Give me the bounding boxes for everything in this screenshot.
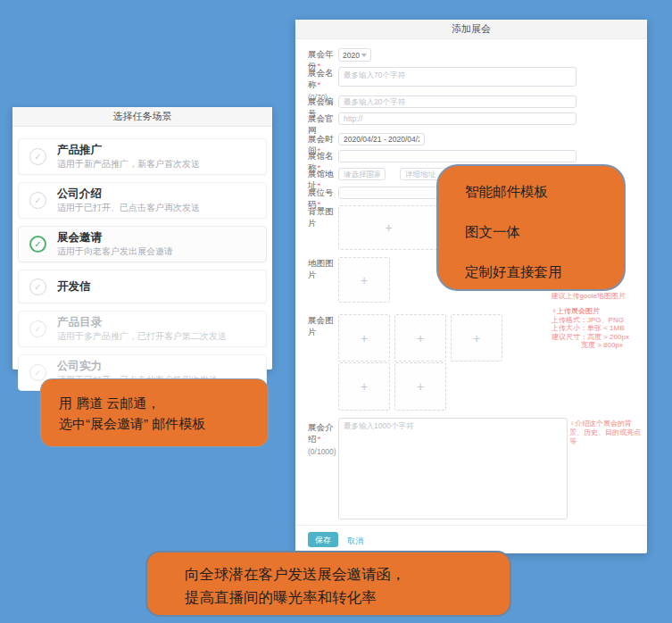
scenario-title: 产品目录 <box>57 316 227 329</box>
chevron-down-icon <box>361 54 367 57</box>
exhibition-intro-textarea[interactable] <box>338 418 568 519</box>
scenario-item-exhibition-invite[interactable]: ✓ 展会邀请 适用于向老客户发出展会邀请 <box>18 226 267 262</box>
scenario-title: 开发信 <box>57 280 91 294</box>
check-icon: ✓ <box>34 195 41 205</box>
plus-icon: + <box>361 273 368 287</box>
scenario-panel: 选择任务场景 ✓ 产品推广 适用于新产品推广，新客户首次发送 ✓ 公司介绍 适用… <box>12 107 272 370</box>
intro-hint: ♀介绍这个展会的背景、历史、目的或亮点等 <box>569 419 641 446</box>
callout-line: 选中“展会邀请” 邮件模板 <box>59 413 268 434</box>
plus-icon: + <box>473 331 480 345</box>
plus-icon: + <box>361 331 368 345</box>
scenario-title: 公司介绍 <box>57 187 200 201</box>
expo-images-hint: ♀上传展会图片 上传格式：JPG、PNG 上传大小：单张 < 1MB 建议尺寸：… <box>552 307 644 350</box>
year-select[interactable]: 2020 <box>338 48 371 62</box>
scenario-subtitle: 适用于已打开、已点击客户再次发送 <box>57 203 200 213</box>
exhibition-time-input[interactable] <box>338 133 425 145</box>
callout-line: 定制好直接套用 <box>465 262 624 282</box>
callout-smart-template: 智能邮件模板 图文一体 定制好直接套用 <box>436 164 626 291</box>
scenario-item-company-intro[interactable]: ✓ 公司介绍 适用于已打开、已点击客户再次发送 <box>18 182 267 219</box>
modal-title: 添加展会 <box>295 20 647 39</box>
country-select-input[interactable] <box>338 168 386 180</box>
check-icon: ✓ <box>34 152 41 162</box>
expo-hint-line: 宽度 > 800px <box>552 341 644 350</box>
year-select-value: 2020 <box>343 51 360 60</box>
expo-image-upload[interactable]: + <box>338 314 390 361</box>
check-icon: ✓ <box>34 239 41 249</box>
scenario-title: 公司实力 <box>57 360 218 373</box>
check-circle-icon: ✓ <box>29 364 46 381</box>
expo-hint-line: 上传格式：JPG、PNG <box>552 316 644 325</box>
save-button[interactable]: 保存 <box>308 532 338 547</box>
scenario-item-dev-letter[interactable]: ✓ 开发信 <box>18 270 267 303</box>
scenario-title: 展会邀请 <box>57 231 173 245</box>
expo-image-upload[interactable]: + <box>394 362 446 411</box>
scenario-item-product-promo[interactable]: ✓ 产品推广 适用于新产品推广，新客户首次发送 <box>18 138 267 175</box>
check-circle-icon-selected: ✓ <box>29 236 46 253</box>
map-image-label: 地图图片 <box>308 257 338 280</box>
exhibition-name-input[interactable] <box>338 67 577 87</box>
plus-icon: + <box>417 331 424 345</box>
expo-image-upload[interactable]: + <box>394 314 446 361</box>
exhibition-website-input[interactable] <box>338 112 577 125</box>
intro-label: 展会介绍* (0/1000) <box>308 421 338 458</box>
scenario-list: ✓ 产品推广 适用于新产品推广，新客户首次发送 ✓ 公司介绍 适用于已打开、已点… <box>12 127 272 400</box>
cancel-button[interactable]: 取消 <box>347 536 363 547</box>
map-image-upload[interactable]: + <box>338 257 390 303</box>
expo-image-upload[interactable]: + <box>451 314 502 361</box>
scenario-subtitle: 适用于向老客户发出展会邀请 <box>57 246 173 257</box>
callout-line: 智能邮件模板 <box>465 181 624 202</box>
check-icon: ✓ <box>34 282 41 292</box>
expo-image-upload[interactable]: + <box>338 362 390 411</box>
check-icon: ✓ <box>34 368 41 378</box>
footer-divider <box>295 525 647 526</box>
check-circle-icon: ✓ <box>29 148 46 165</box>
expo-hint-line: 上传大小：单张 < 1MB <box>552 324 644 333</box>
check-icon: ✓ <box>34 324 41 334</box>
callout-line: 向全球潜在客户发送展会邀请函， <box>185 562 510 586</box>
expo-images-label: 展会图片 <box>308 314 338 337</box>
venue-name-input[interactable] <box>338 150 577 162</box>
check-circle-icon: ✓ <box>29 320 46 337</box>
scenario-panel-title: 选择任务场景 <box>12 107 272 127</box>
callout-line: 图文一体 <box>465 221 624 242</box>
page-background: 选择任务场景 ✓ 产品推广 适用于新产品推广，新客户首次发送 ✓ 公司介绍 适用… <box>0 0 672 623</box>
bg-image-upload[interactable]: + <box>338 205 439 250</box>
callout-select-template: 用 腾道 云邮通， 选中“展会邀请” 邮件模板 <box>40 378 269 447</box>
expo-hint-title: ♀上传展会图片 <box>552 307 644 316</box>
expo-hint-line: 建议尺寸：高度 > 200px <box>552 333 644 342</box>
map-image-hint: 建议上传goole地图图片 <box>472 292 626 301</box>
callout-line: 用 腾道 云邮通， <box>59 393 268 413</box>
scenario-item-product-catalog[interactable]: ✓ 产品目录 适用于多产品推广，已打开客户第二次发送 <box>18 311 267 347</box>
scenario-subtitle: 适用于新产品推广，新客户首次发送 <box>57 159 200 170</box>
scenario-subtitle: 适用于多产品推广，已打开客户第二次发送 <box>57 331 227 342</box>
check-circle-icon: ✓ <box>29 192 46 209</box>
intro-counter: (0/1000) <box>308 446 338 458</box>
bg-image-label: 背景图片 <box>308 205 338 228</box>
callout-line: 提高直播间的曝光率和转化率 <box>185 586 510 609</box>
scenario-title: 产品推广 <box>57 144 200 157</box>
plus-icon: + <box>361 379 368 394</box>
plus-icon: + <box>417 379 424 394</box>
exhibition-code-input[interactable] <box>338 96 577 108</box>
callout-benefit: 向全球潜在客户发送展会邀请函， 提高直播间的曝光率和转化率 <box>145 551 511 617</box>
check-circle-icon: ✓ <box>29 278 46 295</box>
plus-icon: + <box>385 220 392 235</box>
